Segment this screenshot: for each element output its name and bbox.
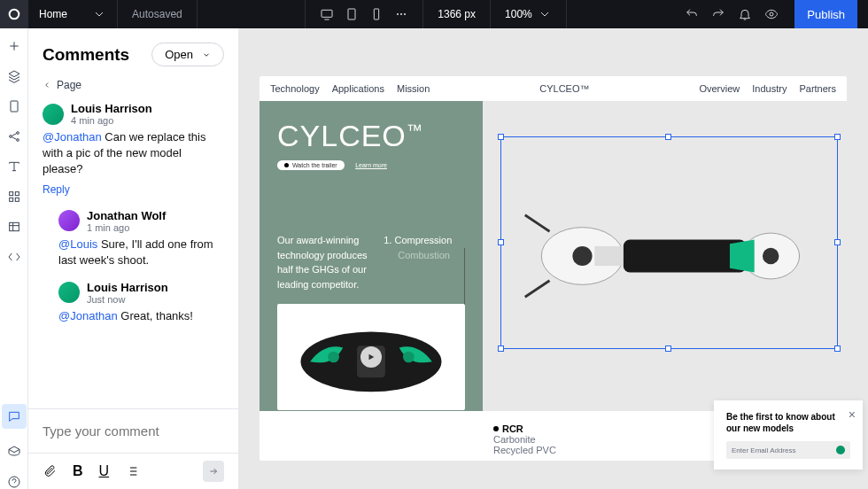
undo-icon[interactable]	[685, 7, 699, 21]
more-icon[interactable]	[394, 7, 408, 21]
help-icon[interactable]	[7, 475, 21, 489]
comment-item[interactable]: Louis HarrisonJust now@Jonathan Great, t…	[58, 281, 224, 324]
desktop-icon[interactable]	[320, 7, 334, 21]
nav-link[interactable]: Applications	[332, 83, 384, 94]
chevron-left-icon	[43, 81, 51, 89]
learn-icon[interactable]	[7, 445, 21, 459]
svg-rect-14	[9, 198, 12, 201]
reply-button[interactable]: Reply	[43, 183, 70, 196]
svg-rect-2	[348, 9, 355, 19]
comment-item[interactable]: Louis Harrison4 min ago@Jonathan Can we …	[43, 102, 224, 197]
comments-filter[interactable]: Open	[151, 43, 224, 66]
page-name: Home	[39, 8, 67, 20]
canvas[interactable]: Technology Applications Mission CYLCEO™ …	[238, 28, 868, 489]
comment-text: @Jonathan Can we replace this with a pic…	[43, 129, 224, 178]
nav-brand: CYLCEO™	[539, 83, 589, 94]
svg-rect-13	[15, 192, 19, 196]
type-icon[interactable]	[7, 159, 21, 174]
comment-author: Louis Harrison	[87, 281, 168, 294]
nav-link[interactable]: Overview	[699, 83, 740, 94]
page-icon[interactable]	[7, 99, 21, 113]
svg-rect-1	[322, 10, 332, 17]
comment-input[interactable]	[43, 418, 224, 444]
material-info: RCR Carbonite Recycled PVC	[483, 418, 567, 461]
svg-point-21	[403, 352, 415, 363]
svg-rect-16	[9, 222, 19, 230]
list-icon[interactable]	[125, 464, 139, 478]
newsletter-popup: × Be the first to know about our new mod…	[714, 400, 863, 470]
svg-rect-25	[595, 246, 624, 266]
comments-title: Comments	[43, 45, 129, 65]
nav-link[interactable]: Industry	[752, 83, 787, 94]
svg-point-27	[763, 248, 779, 264]
svg-point-11	[16, 139, 19, 142]
svg-point-7	[770, 12, 773, 16]
comments-rail-button[interactable]	[2, 404, 27, 429]
publish-button[interactable]: Publish	[794, 0, 857, 28]
comment-time: Just now	[87, 294, 168, 305]
comment-time: 1 min ago	[87, 222, 166, 233]
mention[interactable]: @Jonathan	[58, 309, 118, 322]
comment-item[interactable]: Jonathan Wolf1 min ago@Louis Sure, I'll …	[58, 209, 224, 268]
avatar	[58, 210, 80, 231]
add-icon[interactable]	[7, 39, 21, 53]
canvas-width[interactable]: 1366 px	[423, 0, 491, 28]
avatar	[58, 282, 80, 303]
underline-button[interactable]: U	[99, 463, 110, 479]
comment-text: @Louis Sure, I'll add one from last week…	[58, 237, 224, 268]
cta-title: Be the first to know about our new model…	[726, 411, 850, 434]
mention[interactable]: @Jonathan	[43, 130, 102, 144]
comment-time: 4 min ago	[71, 115, 152, 126]
svg-point-17	[9, 477, 19, 487]
table-icon[interactable]	[7, 220, 21, 234]
svg-point-10	[16, 132, 19, 135]
avatar	[43, 104, 64, 125]
svg-rect-3	[375, 9, 379, 19]
comments-breadcrumb[interactable]: Page	[28, 75, 238, 102]
save-status: Autosaved	[118, 0, 198, 28]
apps-icon[interactable]	[7, 190, 21, 204]
send-icon	[208, 466, 219, 477]
svg-rect-22	[624, 240, 747, 273]
svg-point-26	[573, 246, 593, 266]
bold-button[interactable]: B	[73, 463, 83, 479]
tablet-icon[interactable]	[345, 7, 359, 21]
engine-image[interactable]	[277, 304, 465, 410]
share-icon[interactable]	[7, 129, 21, 144]
zoom-level[interactable]: 100%	[491, 0, 567, 28]
attach-icon[interactable]	[43, 464, 57, 478]
chevron-down-icon	[92, 7, 106, 21]
svg-point-5	[401, 13, 402, 14]
bell-icon[interactable]	[738, 7, 752, 21]
close-icon[interactable]: ×	[849, 408, 856, 422]
code-icon[interactable]	[7, 250, 21, 264]
chevron-down-icon	[202, 50, 211, 59]
svg-rect-12	[9, 192, 12, 196]
preview-icon[interactable]	[764, 7, 779, 21]
svg-point-0	[10, 10, 19, 19]
svg-point-20	[328, 352, 339, 363]
page-selector[interactable]: Home	[28, 0, 118, 28]
comments-panel: Comments Open Page Louis Harrison4 min a…	[28, 28, 238, 489]
redo-icon[interactable]	[711, 7, 725, 21]
motorcycle-illustration	[500, 167, 828, 345]
mention[interactable]: @Louis	[58, 237, 97, 251]
email-field[interactable]: Enter Email Address	[726, 441, 850, 459]
nav-link[interactable]: Mission	[397, 83, 430, 94]
comment-text: @Jonathan Great, thanks!	[58, 308, 224, 324]
send-button[interactable]	[203, 461, 224, 482]
layers-icon[interactable]	[7, 69, 21, 83]
svg-point-6	[405, 13, 406, 14]
svg-rect-8	[11, 101, 18, 112]
comment-author: Jonathan Wolf	[87, 209, 166, 222]
nav-link[interactable]: Technology	[270, 83, 320, 94]
mobile-icon[interactable]	[369, 7, 384, 21]
nav-link[interactable]: Partners	[799, 83, 836, 94]
app-logo[interactable]	[0, 0, 28, 28]
submit-icon[interactable]	[836, 446, 845, 454]
left-rail	[0, 28, 28, 489]
learn-more-link[interactable]: Learn more	[355, 162, 387, 168]
watch-trailer-button[interactable]: Watch the trailer	[277, 160, 345, 170]
hero-image-area[interactable]	[483, 101, 847, 411]
svg-point-4	[398, 13, 399, 14]
